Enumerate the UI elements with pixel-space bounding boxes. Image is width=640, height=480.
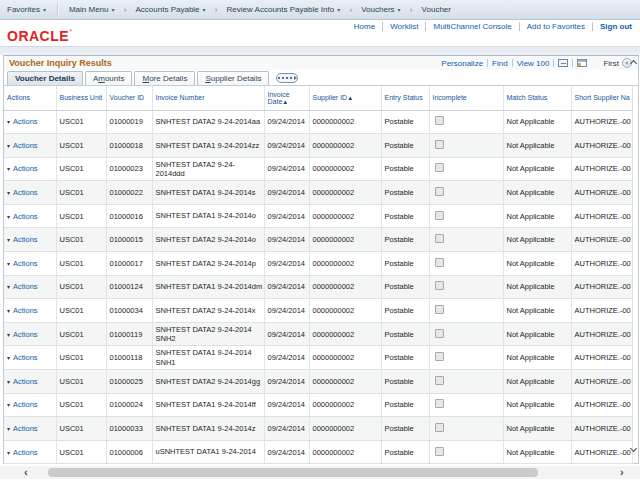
actions-cell: ▾Actions bbox=[4, 417, 56, 441]
scroll-right-icon[interactable]: › bbox=[620, 466, 624, 479]
incomplete-checkbox[interactable] bbox=[435, 234, 444, 243]
actions-link[interactable]: Actions bbox=[13, 141, 38, 150]
actions-dropdown-icon[interactable]: ▾ bbox=[7, 426, 10, 432]
actions-link[interactable]: Actions bbox=[13, 117, 38, 126]
sign-out-link[interactable]: Sign out bbox=[600, 22, 632, 31]
scroll-left-icon[interactable]: ‹ bbox=[24, 466, 28, 479]
actions-link[interactable]: Actions bbox=[13, 330, 38, 339]
incomplete-checkbox[interactable] bbox=[435, 140, 444, 149]
tab-amounts[interactable]: Amounts bbox=[85, 71, 133, 85]
incomplete-checkbox[interactable] bbox=[435, 187, 444, 196]
actions-link[interactable]: Actions bbox=[13, 400, 38, 409]
actions-dropdown-icon[interactable]: ▾ bbox=[7, 119, 10, 125]
actions-dropdown-icon[interactable]: ▾ bbox=[7, 190, 10, 196]
actions-link[interactable]: Actions bbox=[13, 424, 38, 433]
breadcrumb-item-review-ap-info[interactable]: Review Accounts Payable Info ▾ bbox=[220, 0, 348, 19]
actions-link[interactable]: Actions bbox=[13, 377, 38, 386]
popup-window-icon[interactable] bbox=[558, 59, 568, 67]
voucher-id-cell: 01000124 bbox=[106, 275, 152, 299]
show-all-columns-icon[interactable] bbox=[276, 73, 298, 83]
supplier-id-cell: 0000000002 bbox=[309, 252, 381, 276]
actions-cell: ▾Actions bbox=[4, 134, 56, 158]
find-link[interactable]: Find bbox=[492, 59, 508, 68]
scrollbar-thumb[interactable] bbox=[48, 468, 538, 477]
actions-dropdown-icon[interactable]: ▾ bbox=[7, 166, 10, 172]
incomplete-checkbox[interactable] bbox=[435, 281, 444, 290]
col-header-short-supplier-name[interactable]: Short Supplier Na bbox=[571, 86, 632, 110]
actions-link[interactable]: Actions bbox=[13, 212, 38, 221]
download-to-excel-icon[interactable] bbox=[577, 59, 587, 67]
incomplete-checkbox[interactable] bbox=[435, 376, 444, 385]
actions-link[interactable]: Actions bbox=[13, 306, 38, 315]
col-header-supplier-id[interactable]: Supplier ID▲ bbox=[309, 86, 381, 110]
actions-dropdown-icon[interactable]: ▾ bbox=[7, 402, 10, 408]
actions-dropdown-icon[interactable]: ▾ bbox=[7, 332, 10, 338]
incomplete-checkbox[interactable] bbox=[435, 423, 444, 432]
col-header-invoice-number[interactable]: Invoice Number bbox=[152, 86, 264, 110]
col-header-incomplete[interactable]: Incomplete bbox=[429, 86, 503, 110]
col-header-entry-status[interactable]: Entry Status bbox=[381, 86, 429, 110]
add-to-favorites-link[interactable]: Add to Favorites bbox=[527, 22, 585, 31]
incomplete-checkbox[interactable] bbox=[435, 258, 444, 267]
actions-dropdown-icon[interactable]: ▾ bbox=[7, 284, 10, 290]
actions-link[interactable]: Actions bbox=[13, 164, 38, 173]
actions-link[interactable]: Actions bbox=[13, 235, 38, 244]
actions-dropdown-icon[interactable]: ▾ bbox=[7, 355, 10, 361]
invoice-date-cell: 09/24/2014 bbox=[264, 393, 309, 417]
incomplete-checkbox[interactable] bbox=[435, 116, 444, 125]
actions-dropdown-icon[interactable]: ▾ bbox=[7, 261, 10, 267]
incomplete-checkbox[interactable] bbox=[435, 305, 444, 314]
business-unit-cell: USC01 bbox=[56, 275, 106, 299]
multichannel-console-link[interactable]: MultiChannel Console bbox=[433, 22, 511, 31]
scroll-up-icon[interactable] bbox=[630, 60, 637, 67]
supplier-id-cell: 0000000002 bbox=[309, 110, 381, 134]
table-row: ▾ActionsUSC0101000023SNHTEST DATA2 9-24-… bbox=[4, 157, 632, 181]
actions-dropdown-icon[interactable]: ▾ bbox=[7, 143, 10, 149]
col-header-business-unit[interactable]: Business Unit bbox=[56, 86, 106, 110]
registered-mark: ® bbox=[69, 28, 72, 33]
scroll-down-icon[interactable] bbox=[630, 445, 637, 452]
main-menu[interactable]: Main Menu ▾ bbox=[62, 0, 122, 19]
invoice-date-cell: 09/24/2014 bbox=[264, 299, 309, 323]
worklist-link[interactable]: Worklist bbox=[390, 22, 418, 31]
actions-dropdown-icon[interactable]: ▾ bbox=[7, 214, 10, 220]
breadcrumb-item-vouchers[interactable]: Vouchers ▾ bbox=[354, 0, 407, 19]
actions-link[interactable]: Actions bbox=[13, 353, 38, 362]
actions-link[interactable]: Actions bbox=[13, 448, 38, 457]
incomplete-checkbox[interactable] bbox=[435, 211, 444, 220]
business-unit-cell: USC01 bbox=[56, 322, 106, 346]
actions-link[interactable]: Actions bbox=[13, 188, 38, 197]
incomplete-cell bbox=[429, 204, 503, 228]
actions-dropdown-icon[interactable]: ▾ bbox=[7, 450, 10, 456]
favorites-menu[interactable]: Favorites ▾ bbox=[0, 0, 53, 19]
actions-cell: ▾Actions bbox=[4, 252, 56, 276]
tab-supplier-details[interactable]: Supplier Details bbox=[197, 71, 269, 85]
divider bbox=[425, 22, 426, 31]
col-header-voucher-id[interactable]: Voucher ID bbox=[106, 86, 152, 110]
home-link[interactable]: Home bbox=[354, 22, 375, 31]
breadcrumb-item-accounts-payable[interactable]: Accounts Payable ▾ bbox=[129, 0, 213, 19]
incomplete-checkbox[interactable] bbox=[435, 163, 444, 172]
view-100-link[interactable]: View 100 bbox=[517, 59, 550, 68]
match-status-cell: Not Applicable bbox=[503, 275, 571, 299]
incomplete-checkbox[interactable] bbox=[435, 447, 444, 456]
tab-more-details[interactable]: More Details bbox=[134, 71, 195, 85]
divider bbox=[512, 59, 513, 67]
col-header-invoice-date[interactable]: Invoice Date▲ bbox=[264, 86, 309, 110]
vertical-scrollbar[interactable] bbox=[630, 56, 638, 463]
actions-dropdown-icon[interactable]: ▾ bbox=[7, 308, 10, 314]
incomplete-checkbox[interactable] bbox=[435, 352, 444, 361]
actions-dropdown-icon[interactable]: ▾ bbox=[7, 379, 10, 385]
col-header-actions[interactable]: Actions bbox=[4, 86, 56, 110]
breadcrumb-item-voucher[interactable]: Voucher bbox=[415, 0, 458, 19]
personalize-link[interactable]: Personalize bbox=[441, 59, 483, 68]
actions-link[interactable]: Actions bbox=[13, 259, 38, 268]
actions-link[interactable]: Actions bbox=[13, 282, 38, 291]
divider bbox=[382, 22, 383, 31]
incomplete-checkbox[interactable] bbox=[435, 329, 444, 338]
col-header-match-status[interactable]: Match Status bbox=[503, 86, 571, 110]
incomplete-checkbox[interactable] bbox=[435, 399, 444, 408]
tab-voucher-details[interactable]: Voucher Details bbox=[7, 71, 83, 85]
horizontal-scrollbar[interactable]: ‹ › bbox=[0, 466, 640, 479]
actions-dropdown-icon[interactable]: ▾ bbox=[7, 237, 10, 243]
